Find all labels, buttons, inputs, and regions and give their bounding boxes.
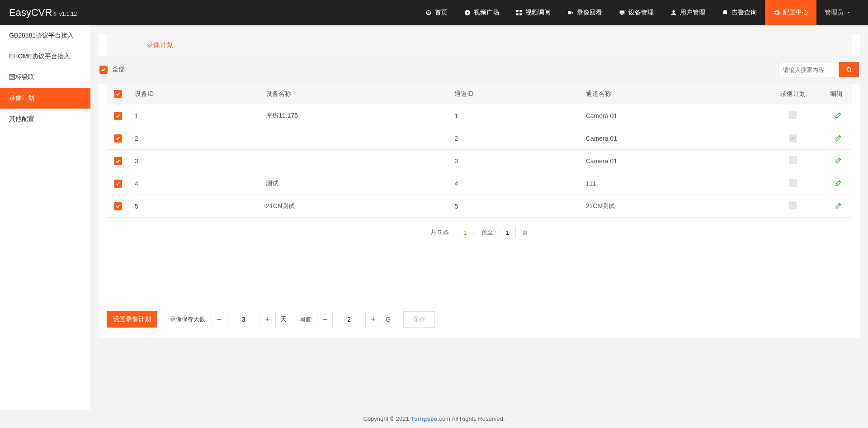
keep-days-unit: 天	[280, 315, 287, 323]
sidebar-item-cascade[interactable]: 国标级联	[0, 67, 90, 88]
plan-checkbox[interactable]	[789, 179, 797, 187]
set-record-plan-button[interactable]: 设置录像计划	[107, 311, 157, 328]
keep-days-input[interactable]	[227, 312, 260, 327]
save-button[interactable]: 保存	[403, 311, 435, 328]
cell-device-id: 1	[129, 105, 260, 127]
play-circle-icon	[464, 9, 471, 16]
table-row: 1库房11.1751Camera 01	[107, 105, 852, 127]
edit-icon[interactable]	[835, 179, 843, 187]
pager-prev[interactable]: ‹	[455, 229, 457, 236]
svg-rect-2	[519, 10, 522, 12]
checkbox-icon	[99, 66, 108, 74]
plan-checkbox[interactable]	[789, 134, 797, 143]
search-button[interactable]	[839, 62, 859, 77]
row-checkbox[interactable]	[114, 157, 122, 165]
cell-channel-name: Camera 01	[580, 105, 766, 127]
cell-device-id: 4	[129, 172, 260, 195]
device-icon	[618, 9, 626, 16]
record-table: 设备ID 设备名称 通道ID 通道名称 录像计划 编辑 1库房11.1751Ca…	[107, 84, 852, 218]
nav-video-review[interactable]: 视频调阅	[507, 0, 559, 25]
pager-jump-input[interactable]	[500, 227, 516, 238]
keep-days-stepper[interactable]: − +	[212, 312, 276, 327]
sidebar-item-other[interactable]: 其他配置	[0, 109, 90, 129]
sidebar-item-ehome[interactable]: EHOME协议平台接入	[0, 46, 90, 67]
edit-icon[interactable]	[835, 201, 843, 209]
table-row: 33Camera 01	[107, 150, 852, 172]
threshold-input[interactable]	[333, 312, 365, 327]
row-checkbox[interactable]	[114, 180, 122, 188]
edit-icon[interactable]	[835, 111, 843, 119]
nav-video-square[interactable]: 视频广场	[456, 0, 507, 25]
bottom-bar: 设置录像计划 录像保存天数: − + 天 阈值: − +	[107, 311, 852, 328]
pager-jump-label: 跳至	[481, 228, 493, 237]
app-name: EasyCVR	[9, 7, 52, 19]
cell-device-name: 库房11.175	[260, 105, 449, 127]
tab-record-plan[interactable]: 录像计划	[107, 41, 852, 49]
col-record-plan: 录像计划	[766, 84, 820, 105]
tab-bar: 录像计划	[99, 34, 860, 56]
dashboard-icon	[425, 9, 432, 16]
cell-device-name	[260, 150, 449, 172]
cell-device-name: 测试	[260, 172, 449, 195]
svg-rect-5	[568, 11, 571, 14]
cell-device-id: 2	[129, 127, 260, 150]
divider	[107, 302, 852, 302]
keep-days-minus[interactable]: −	[212, 312, 227, 327]
footer-prefix: Copyright © 2021	[363, 415, 410, 422]
threshold-unit: G	[386, 316, 391, 323]
threshold-label: 阈值:	[299, 315, 313, 323]
col-device-name: 设备名称	[260, 84, 449, 105]
plan-checkbox[interactable]	[789, 111, 797, 119]
header-checkbox[interactable]	[114, 90, 122, 98]
nav-user[interactable]: 用户管理	[662, 0, 713, 25]
alarm-icon	[722, 9, 729, 16]
pager-total: 共 5 条	[430, 228, 448, 237]
keep-days-plus[interactable]: +	[260, 312, 275, 327]
registered-mark: ®	[53, 12, 56, 17]
cell-device-name: 21CN测试	[260, 195, 449, 218]
nav-config[interactable]: 配置中心	[765, 0, 816, 25]
cell-channel-id: 2	[449, 127, 580, 150]
cell-channel-id: 3	[449, 150, 580, 172]
select-all[interactable]: 全部	[99, 66, 125, 74]
table-row: 521CN测试521CN测试	[107, 195, 852, 218]
nav-playback[interactable]: 录像回看	[559, 0, 610, 25]
plan-checkbox[interactable]	[789, 156, 797, 164]
threshold-plus[interactable]: +	[365, 312, 381, 327]
col-channel-id: 通道ID	[449, 84, 580, 105]
row-checkbox[interactable]	[114, 134, 122, 143]
nav-home[interactable]: 首页	[417, 0, 456, 25]
nav-device[interactable]: 设备管理	[610, 0, 662, 25]
camera-icon	[567, 9, 574, 16]
select-all-label: 全部	[112, 66, 125, 74]
sidebar-item-gb28181[interactable]: GB28181协议平台接入	[0, 25, 90, 46]
nav-alarm[interactable]: 告警查询	[713, 0, 765, 25]
grid-icon	[515, 9, 523, 16]
row-checkbox[interactable]	[114, 112, 122, 120]
svg-rect-1	[516, 10, 519, 12]
pager-next[interactable]: ›	[473, 229, 475, 236]
sidebar-item-record-plan[interactable]: 录像计划	[0, 88, 90, 109]
pager-page-suffix: 页	[522, 228, 528, 237]
svg-point-8	[672, 10, 675, 13]
edit-icon[interactable]	[835, 156, 843, 164]
footer-brand[interactable]: Tsingsee	[410, 415, 437, 422]
threshold-stepper[interactable]: − +	[317, 312, 381, 327]
keep-days-label: 录像保存天数:	[170, 315, 207, 323]
cell-device-id: 5	[129, 195, 260, 218]
cell-channel-name: 111	[580, 172, 766, 195]
edit-icon[interactable]	[835, 133, 843, 142]
row-checkbox[interactable]	[114, 202, 122, 210]
footer: Copyright © 2021 Tsingsee.com All Rights…	[0, 410, 868, 428]
search-input[interactable]	[778, 62, 839, 77]
nav-admin[interactable]: 管理员	[816, 0, 859, 25]
main: 录像计划 全部 设备ID 设备名称	[90, 25, 868, 410]
cell-channel-name: Camera 01	[580, 150, 766, 172]
svg-point-9	[847, 67, 850, 71]
plan-checkbox[interactable]	[789, 201, 797, 209]
pager-page-current[interactable]: 1	[463, 229, 467, 236]
footer-suffix: .com All Rights Reserved.	[438, 415, 505, 422]
user-icon	[670, 9, 677, 16]
cell-channel-name: Camera 01	[580, 127, 766, 150]
threshold-minus[interactable]: −	[317, 312, 333, 327]
